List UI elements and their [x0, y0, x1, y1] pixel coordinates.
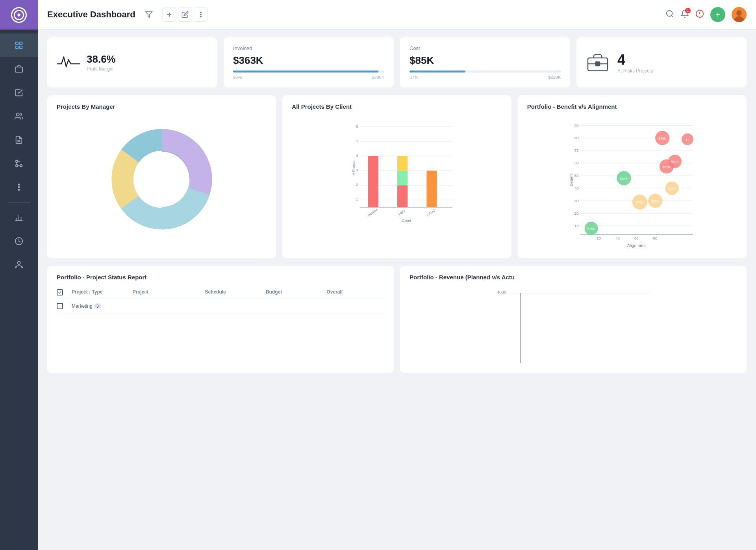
sidebar-item-users[interactable] [0, 253, 38, 277]
svg-text:40: 40 [574, 186, 579, 190]
svg-point-10 [16, 165, 18, 167]
edit-icon [182, 11, 189, 18]
svg-point-41 [134, 152, 189, 207]
add-user-button[interactable]: + [710, 7, 725, 22]
svg-rect-4 [15, 67, 22, 72]
benefit-alignment-title: Portfolio - Benefit v/s Alignment [527, 103, 737, 110]
dashboard-icon [15, 41, 23, 50]
svg-text:Client: Client [402, 219, 411, 223]
cost-label: Cost [410, 45, 561, 51]
svg-point-32 [736, 10, 742, 16]
table-col-schedule: Schedule [205, 289, 263, 295]
filter-button[interactable] [142, 7, 156, 22]
invoiced-progress-bar [233, 71, 384, 72]
sidebar-divider [7, 202, 30, 203]
revenue-svg: 400K [410, 286, 737, 365]
sidebar-item-analytics[interactable] [0, 206, 38, 229]
header-checkbox[interactable] [57, 289, 63, 295]
svg-text:$70K: $70K [651, 199, 659, 203]
row-type-badge: 3 [94, 303, 101, 309]
svg-text:$70K: $70K [658, 137, 666, 141]
svg-text:# Project: # Project [352, 160, 356, 175]
svg-text:4: 4 [356, 154, 358, 158]
row-checkbox[interactable] [57, 303, 69, 309]
row-type-label: Marketing [72, 303, 93, 309]
sidebar-logo[interactable] [0, 0, 38, 30]
git-icon [15, 159, 23, 168]
svg-point-23 [200, 12, 201, 13]
project-status-title: Portfolio - Project Status Report [57, 274, 384, 281]
svg-rect-36 [596, 62, 600, 66]
invoiced-progress-right: $380K [372, 75, 384, 80]
benefit-alignment-card: Portfolio - Benefit v/s Alignment 90 80 … [518, 95, 747, 258]
svg-point-13 [19, 189, 20, 190]
cost-progress-right: $228K [548, 75, 561, 80]
sidebar-item-git[interactable] [0, 152, 38, 175]
table-col-overall: Overall [326, 289, 384, 295]
user-avatar[interactable] [732, 7, 747, 22]
svg-text:20: 20 [574, 211, 579, 216]
alerts-button[interactable] [695, 9, 704, 20]
sidebar-item-history[interactable] [0, 229, 38, 253]
svg-text:80: 80 [653, 236, 657, 240]
cost-card: Cost $85K 37% $228K [400, 37, 570, 87]
svg-text:$60K: $60K [671, 160, 679, 164]
invoiced-progress-fill [233, 71, 378, 72]
charts-row: Projects By Manager [47, 95, 747, 258]
svg-point-5 [17, 113, 19, 116]
metrics-row: 38.6% Profit Margin Invoiced $363K 96% $… [47, 37, 747, 87]
team-icon [15, 112, 23, 121]
svg-text:10: 10 [574, 224, 579, 228]
sidebar-item-more[interactable] [0, 175, 38, 199]
cost-progress-fill [410, 71, 465, 72]
sidebar-item-dashboard[interactable] [0, 33, 38, 57]
bar-kpmg-orange [427, 171, 437, 207]
sidebar-item-projects[interactable] [0, 57, 38, 81]
project-status-table-card: Portfolio - Project Status Report Projec… [47, 266, 394, 373]
svg-rect-0 [16, 42, 18, 45]
sidebar-item-documents[interactable] [0, 128, 38, 152]
at-risk-value: 4 [617, 52, 653, 68]
cost-progress-bar [410, 71, 561, 72]
svg-text:80: 80 [574, 136, 579, 140]
alert-icon [695, 9, 704, 18]
svg-text:Deloitte: Deloitte [367, 208, 378, 217]
svg-text:$35K: $35K [620, 177, 628, 181]
table-col-project: Project [133, 289, 202, 295]
search-button[interactable] [665, 9, 674, 20]
sidebar-item-tasks[interactable] [0, 81, 38, 104]
svg-point-8 [20, 165, 22, 167]
svg-marker-20 [145, 12, 152, 18]
dashboard-content: 38.6% Profit Margin Invoiced $363K 96% $… [38, 30, 756, 550]
invoiced-value: $363K [233, 54, 384, 67]
svg-rect-3 [20, 46, 22, 48]
more-options-button[interactable] [194, 7, 208, 22]
svg-point-9 [16, 160, 18, 163]
svg-text:Alignment: Alignment [627, 243, 645, 248]
bar-hbo-orange [397, 156, 408, 171]
invoiced-progress-labels: 96% $380K [233, 75, 384, 80]
add-icon [166, 11, 173, 18]
svg-point-12 [19, 187, 20, 188]
page-title: Executive Dashboard [47, 9, 135, 20]
svg-text:90: 90 [574, 123, 579, 128]
profit-margin-card: 38.6% Profit Margin [47, 37, 217, 87]
add-button[interactable] [162, 7, 176, 22]
history-icon [15, 237, 23, 245]
revenue-chart-container: 400K [410, 286, 737, 365]
sidebar-item-team[interactable] [0, 104, 38, 128]
notifications-button[interactable]: 1 [680, 9, 689, 20]
svg-point-19 [17, 262, 20, 264]
more-dots-icon [197, 11, 204, 18]
edit-button[interactable] [178, 7, 192, 22]
logo-icon [11, 7, 27, 23]
invoiced-label: Invoiced [233, 45, 384, 51]
svg-line-27 [671, 15, 673, 17]
cost-progress-labels: 37% $228K [410, 75, 561, 80]
svg-text:$7: $7 [686, 138, 689, 142]
svg-rect-2 [16, 46, 18, 48]
revenue-chart-title: Portfolio - Revenue (Planned v/s Actu [410, 274, 737, 281]
profit-value: 38.6% [87, 53, 116, 65]
pulse-icon [57, 54, 80, 70]
topbar-actions [142, 7, 208, 22]
